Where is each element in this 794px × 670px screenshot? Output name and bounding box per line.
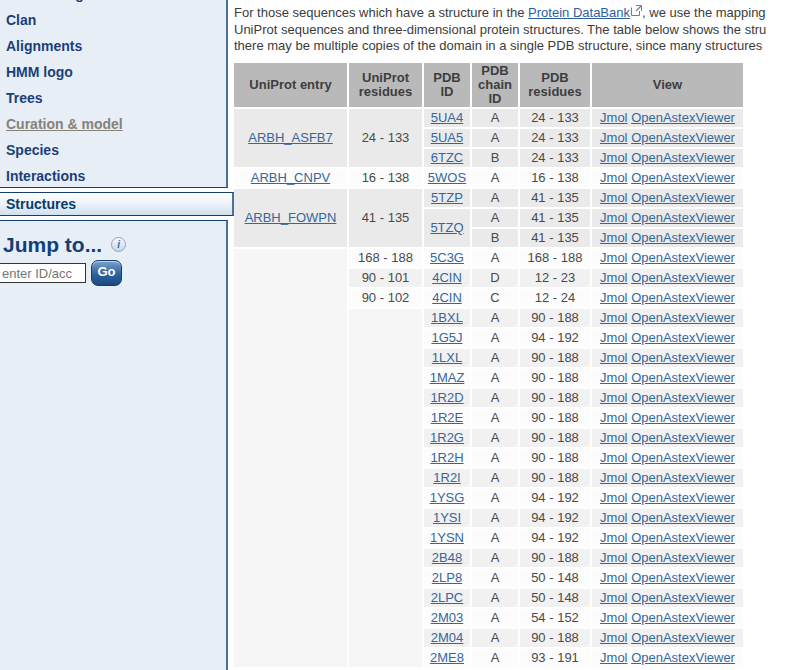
- jmol-link[interactable]: Jmol: [600, 250, 627, 265]
- jmol-link[interactable]: Jmol: [600, 210, 627, 225]
- pdb-id-link[interactable]: 1YSI: [433, 510, 461, 525]
- pdb-id-link[interactable]: 1BXL: [431, 310, 463, 325]
- sidebar-item-clan[interactable]: Clan: [0, 7, 226, 33]
- jump-input[interactable]: [0, 263, 86, 283]
- pdb-id-link[interactable]: 5C3G: [430, 250, 464, 265]
- jmol-link[interactable]: Jmol: [600, 170, 627, 185]
- jmol-link[interactable]: Jmol: [600, 110, 627, 125]
- jmol-link[interactable]: Jmol: [600, 510, 627, 525]
- openastexviewer-link[interactable]: OpenAstexViewer: [631, 490, 735, 505]
- pdb-id-link[interactable]: 2LPC: [431, 590, 464, 605]
- openastexviewer-link[interactable]: OpenAstexViewer: [631, 450, 735, 465]
- pdb-id-link[interactable]: 1R2D: [430, 390, 463, 405]
- sidebar-item-species-link[interactable]: Species: [6, 142, 59, 158]
- jmol-link[interactable]: Jmol: [600, 190, 627, 205]
- pdb-id-link[interactable]: 4CIN: [432, 290, 462, 305]
- openastexviewer-link[interactable]: OpenAstexViewer: [631, 310, 735, 325]
- pdb-id-link[interactable]: 1R2E: [431, 410, 464, 425]
- jmol-link[interactable]: Jmol: [600, 390, 627, 405]
- jmol-link[interactable]: Jmol: [600, 650, 627, 665]
- openastexviewer-link[interactable]: OpenAstexViewer: [631, 110, 735, 125]
- jmol-link[interactable]: Jmol: [600, 450, 627, 465]
- sidebar-item-alignments-link[interactable]: Alignments: [6, 38, 82, 54]
- openastexviewer-link[interactable]: OpenAstexViewer: [631, 410, 735, 425]
- pdb-id-link[interactable]: 2B48: [432, 550, 462, 565]
- jmol-link[interactable]: Jmol: [600, 630, 627, 645]
- openastexviewer-link[interactable]: OpenAstexViewer: [631, 250, 735, 265]
- jmol-link[interactable]: Jmol: [600, 410, 627, 425]
- jmol-link[interactable]: Jmol: [600, 310, 627, 325]
- pdb-id-link[interactable]: 2M03: [431, 610, 464, 625]
- jmol-link[interactable]: Jmol: [600, 470, 627, 485]
- sidebar-item-trees-link[interactable]: Trees: [6, 90, 43, 106]
- openastexviewer-link[interactable]: OpenAstexViewer: [631, 230, 735, 245]
- pdb-id-link[interactable]: 5UA4: [431, 110, 464, 125]
- openastexviewer-link[interactable]: OpenAstexViewer: [631, 390, 735, 405]
- openastexviewer-link[interactable]: OpenAstexViewer: [631, 530, 735, 545]
- openastexviewer-link[interactable]: OpenAstexViewer: [631, 130, 735, 145]
- sidebar-item-domain-organisation-link[interactable]: Domain organisation: [6, 0, 145, 2]
- info-icon[interactable]: i: [111, 237, 126, 252]
- pdb-id-link[interactable]: 6TZC: [431, 150, 464, 165]
- pdb-id-link[interactable]: 1R2H: [430, 450, 463, 465]
- jmol-link[interactable]: Jmol: [600, 610, 627, 625]
- openastexviewer-link[interactable]: OpenAstexViewer: [631, 550, 735, 565]
- sidebar-item-curation-model-link[interactable]: Curation & model: [6, 116, 123, 132]
- uniprot-entry-link[interactable]: ARBH_CNPV: [251, 170, 330, 185]
- pdb-id-link[interactable]: 4CIN: [432, 270, 462, 285]
- pdb-id-link[interactable]: 5UA5: [431, 130, 464, 145]
- jmol-link[interactable]: Jmol: [600, 570, 627, 585]
- pdb-id-link[interactable]: 1YSG: [430, 490, 465, 505]
- sidebar-item-structures[interactable]: Structures: [0, 192, 234, 216]
- sidebar-item-species[interactable]: Species: [0, 137, 226, 163]
- sidebar-item-hmm-logo-link[interactable]: HMM logo: [6, 64, 73, 80]
- openastexviewer-link[interactable]: OpenAstexViewer: [631, 170, 735, 185]
- pdb-id-link[interactable]: 1R2I: [433, 470, 460, 485]
- protein-databank-link[interactable]: Protein DataBank: [528, 5, 630, 20]
- sidebar-item-interactions[interactable]: Interactions: [0, 163, 226, 188]
- pdb-id-link[interactable]: 2ME8: [430, 650, 464, 665]
- jmol-link[interactable]: Jmol: [600, 550, 627, 565]
- sidebar-item-interactions-link[interactable]: Interactions: [6, 168, 85, 184]
- openastexviewer-link[interactable]: OpenAstexViewer: [631, 190, 735, 205]
- jmol-link[interactable]: Jmol: [600, 350, 627, 365]
- openastexviewer-link[interactable]: OpenAstexViewer: [631, 350, 735, 365]
- go-button[interactable]: Go: [91, 260, 122, 286]
- pdb-id-link[interactable]: 1MAZ: [430, 370, 465, 385]
- pdb-id-link[interactable]: 1G5J: [431, 330, 462, 345]
- jmol-link[interactable]: Jmol: [600, 590, 627, 605]
- pdb-id-link[interactable]: 1YSN: [430, 530, 464, 545]
- openastexviewer-link[interactable]: OpenAstexViewer: [631, 430, 735, 445]
- jmol-link[interactable]: Jmol: [600, 290, 627, 305]
- jmol-link[interactable]: Jmol: [600, 370, 627, 385]
- openastexviewer-link[interactable]: OpenAstexViewer: [631, 150, 735, 165]
- pdb-id-link[interactable]: 2LP8: [432, 570, 462, 585]
- jmol-link[interactable]: Jmol: [600, 230, 627, 245]
- pdb-id-link[interactable]: 1LXL: [432, 350, 462, 365]
- jmol-link[interactable]: Jmol: [600, 430, 627, 445]
- sidebar-item-curation-model[interactable]: Curation & model: [0, 111, 226, 137]
- jmol-link[interactable]: Jmol: [600, 530, 627, 545]
- uniprot-entry-link[interactable]: ARBH_ASFB7: [248, 130, 333, 145]
- openastexviewer-link[interactable]: OpenAstexViewer: [631, 650, 735, 665]
- jmol-link[interactable]: Jmol: [600, 330, 627, 345]
- pdb-id-link[interactable]: 1R2G: [430, 430, 464, 445]
- openastexviewer-link[interactable]: OpenAstexViewer: [631, 330, 735, 345]
- sidebar-item-domain-organisation[interactable]: Domain organisation: [0, 0, 226, 7]
- openastexviewer-link[interactable]: OpenAstexViewer: [631, 630, 735, 645]
- pdb-id-link[interactable]: 2M04: [431, 630, 464, 645]
- openastexviewer-link[interactable]: OpenAstexViewer: [631, 290, 735, 305]
- openastexviewer-link[interactable]: OpenAstexViewer: [631, 370, 735, 385]
- openastexviewer-link[interactable]: OpenAstexViewer: [631, 470, 735, 485]
- pdb-id-link[interactable]: 5TZP: [431, 190, 463, 205]
- pdb-id-link[interactable]: 5TZQ: [430, 220, 463, 235]
- jmol-link[interactable]: Jmol: [600, 150, 627, 165]
- sidebar-item-hmm-logo[interactable]: HMM logo: [0, 59, 226, 85]
- sidebar-item-clan-link[interactable]: Clan: [6, 12, 36, 28]
- openastexviewer-link[interactable]: OpenAstexViewer: [631, 590, 735, 605]
- openastexviewer-link[interactable]: OpenAstexViewer: [631, 570, 735, 585]
- jmol-link[interactable]: Jmol: [600, 130, 627, 145]
- openastexviewer-link[interactable]: OpenAstexViewer: [631, 270, 735, 285]
- sidebar-item-alignments[interactable]: Alignments: [0, 33, 226, 59]
- jmol-link[interactable]: Jmol: [600, 490, 627, 505]
